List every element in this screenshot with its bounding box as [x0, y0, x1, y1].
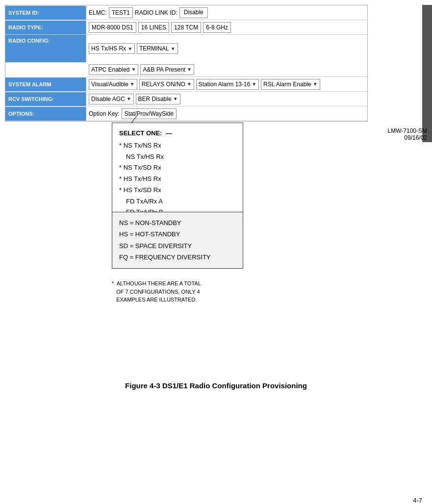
disable-agc-arrow-icon: ▼ — [127, 96, 131, 101]
mdr-value: MDR-8000 DS1 — [89, 22, 136, 33]
legend-item-2: HS = HOT-STANDBY — [119, 228, 236, 240]
ber-disable-arrow-icon: ▼ — [173, 96, 178, 101]
freq-value: 6-8 GHz — [203, 22, 231, 33]
rcv-switching-row: RCV SWITCHING: Disable AGC ▼ BER Disable… — [5, 92, 367, 106]
station-alarm-dropdown[interactable]: Station Alarm 13-16 ▼ — [196, 79, 259, 90]
select-one-box: SELECT ONE: — * NS Tx/NS Rx NS Tx/HS Rx … — [112, 123, 243, 224]
radio-config-row-a: RADIO CONFIG: HS Tx/HS Rx ▼ TERMINAL ▼ — [5, 35, 367, 62]
hs-tx-dropdown[interactable]: HS Tx/HS Rx ▼ — [89, 43, 135, 54]
ab-pa-arrow-icon: ▼ — [187, 67, 192, 72]
radio-config-label: RADIO CONFIG: — [5, 35, 86, 62]
radio-config-row-b: ATPC Enabled ▼ A&B PA Present ▼ — [86, 62, 367, 77]
relays-arrow-icon: ▼ — [187, 81, 192, 87]
page: SYSTEM ID: ELMC: TEST1 RADIO LINK ID: Di… — [0, 5, 432, 504]
legend-box: NS = NON-STANDBY HS = HOT-STANDBY SD = S… — [112, 212, 243, 269]
radio-type-label: RADIO TYPE: — [5, 21, 86, 34]
visual-arrow-icon: ▼ — [130, 81, 135, 87]
right-sidebar-accent — [422, 5, 432, 142]
radio-config-content-b: ATPC Enabled ▼ A&B PA Present ▼ — [86, 63, 367, 76]
visual-audible-dropdown[interactable]: Visual/Audible ▼ — [89, 79, 137, 90]
select-item-4: * HS Tx/HS Rx — [119, 174, 236, 185]
terminal-dropdown[interactable]: TERMINAL ▼ — [137, 43, 178, 54]
terminal-arrow-icon: ▼ — [171, 46, 176, 51]
legend-item-1: NS = NON-STANDBY — [119, 217, 236, 228]
system-alarm-content: Visual/Audible ▼ RELAYS ON/NO ▼ Station … — [86, 77, 367, 91]
radio-config-content-a: HS Tx/HS Rx ▼ TERMINAL ▼ — [86, 42, 367, 55]
legend-item-3: SD = SPACE DIVERSITY — [119, 240, 236, 252]
ab-pa-dropdown[interactable]: A&B PA Present ▼ — [140, 64, 194, 75]
doc-ref-line1: LMW-7100-SM — [388, 127, 427, 134]
footnote: * ALTHOUGH THERE ARE A TOTAL OF 7 CONFIG… — [112, 279, 201, 304]
system-alarm-label: SYSTEM ALARM — [5, 77, 86, 91]
radio-link-label: RADIO LINK ID: — [135, 9, 178, 16]
ber-disable-dropdown[interactable]: BER Disable ▼ — [136, 94, 180, 104]
radio-type-row: RADIO TYPE: MDR-8000 DS1 16 LINES 128 TC… — [5, 20, 367, 35]
rsl-alarm-dropdown[interactable]: RSL Alarm Enable ▼ — [261, 79, 320, 90]
hs-tx-arrow-icon: ▼ — [127, 46, 132, 51]
select-item-5: * HS Tx/SD Rx — [119, 185, 236, 196]
relays-dropdown[interactable]: RELAYS ON/NO ▼ — [139, 79, 194, 90]
figure-caption: Figure 4-3 DS1/E1 Radio Configuration Pr… — [0, 377, 432, 395]
atpc-dropdown[interactable]: ATPC Enabled ▼ — [89, 64, 138, 75]
radio-link-disable-btn[interactable]: Disable — [179, 7, 208, 18]
disable-agc-dropdown[interactable]: Disable AGC ▼ — [89, 94, 134, 104]
doc-ref: LMW-7100-SM 09/16/02 — [388, 127, 427, 141]
system-id-label: SYSTEM ID: — [5, 6, 86, 20]
system-alarm-row: SYSTEM ALARM Visual/Audible ▼ RELAYS ON/… — [5, 77, 367, 92]
rsl-arrow-icon: ▼ — [313, 81, 318, 87]
legend-item-4: FQ = FREQUENCY DIVERSITY — [119, 252, 236, 263]
page-number: 4-7 — [413, 497, 422, 504]
rcv-switching-content: Disable AGC ▼ BER Disable ▼ — [86, 92, 367, 106]
station-arrow-icon: ▼ — [252, 81, 256, 87]
select-title: SELECT ONE: — — [119, 128, 236, 139]
system-id-row: SYSTEM ID: ELMC: TEST1 RADIO LINK ID: Di… — [5, 5, 367, 20]
doc-ref-line2: 09/16/02 — [388, 134, 427, 141]
tcm-value: 128 TCM — [171, 22, 201, 33]
select-item-3: * NS Tx/SD Rx — [119, 162, 236, 174]
select-item-1: * NS Tx/NS Rx — [119, 140, 236, 151]
radio-type-content: MDR-8000 DS1 16 LINES 128 TCM 6-8 GHz — [86, 21, 367, 34]
elmc-label: ELMC: — [89, 9, 107, 16]
lines-value: 16 LINES — [138, 22, 169, 33]
elmc-value[interactable]: TEST1 — [109, 7, 133, 18]
select-item-2: NS Tx/HS Rx — [119, 151, 236, 163]
system-id-content: ELMC: TEST1 RADIO LINK ID: Disable — [86, 6, 367, 20]
select-item-6: FD TxA/Rx A — [119, 196, 236, 207]
atpc-arrow-icon: ▼ — [131, 67, 136, 72]
rcv-switching-label: RCV SWITCHING: — [5, 92, 86, 106]
diagram-area: SYSTEM ID: ELMC: TEST1 RADIO LINK ID: Di… — [5, 5, 368, 122]
